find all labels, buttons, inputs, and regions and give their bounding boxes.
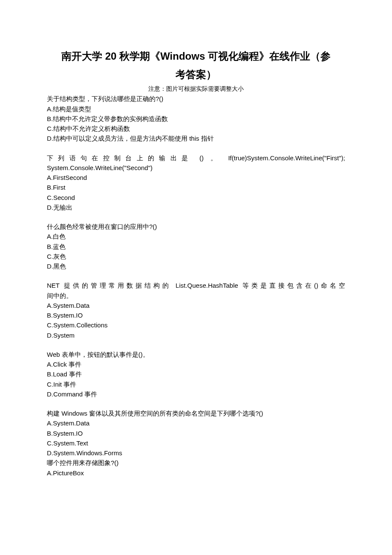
question-text: Web 表单中，按钮的默认事件是()。 xyxy=(47,350,345,359)
question-option: B.System.IO xyxy=(47,428,345,438)
question-option: C.灰色 xyxy=(47,251,345,261)
question-block: NET 提供的管理常用数据结构的 List.Quese.HashTable 等类… xyxy=(47,280,345,340)
question-option: B.蓝色 xyxy=(47,242,345,251)
question-option: B.结构中不允许定义带参数的实例构造函数 xyxy=(47,114,345,124)
question-option: C.Second xyxy=(47,193,345,202)
question-text: 什么颜色经常被使用在窗口的应用中?() xyxy=(47,222,345,231)
question-option: C.Init 事件 xyxy=(47,379,345,389)
question-block: 构建 Windows 窗体以及其所使用空间的所有类的命名空间是下列哪个选项?()… xyxy=(47,408,345,458)
question-text-line-2: System.Console.WriteLine("Second") xyxy=(47,163,345,173)
title-line-1: 南开大学 20 秋学期《Windows 可视化编程》在线作业（参 xyxy=(47,47,345,65)
question-option: A.结构是值类型 xyxy=(47,104,345,114)
question-option: A.System.Data xyxy=(47,301,345,310)
question-block: 关于结构类型，下列说法哪些是正确的?() A.结构是值类型 B.结构中不允许定义… xyxy=(47,94,345,143)
question-text: 构建 Windows 窗体以及其所使用空间的所有类的命名空间是下列哪个选项?() xyxy=(47,408,345,418)
document-page: 南开大学 20 秋学期《Windows 可视化编程》在线作业（参 考答案） 注意… xyxy=(0,0,392,555)
question-option: D.Command 事件 xyxy=(47,389,345,399)
title-line-2: 考答案） xyxy=(47,65,345,84)
question-option: D.无输出 xyxy=(47,202,345,212)
question-option: D.System xyxy=(47,330,345,340)
question-option: D.黑色 xyxy=(47,261,345,271)
document-title: 南开大学 20 秋学期《Windows 可视化编程》在线作业（参 考答案） xyxy=(47,47,345,84)
question-text-line-1: NET 提供的管理常用数据结构的 List.Quese.HashTable 等类… xyxy=(47,280,345,290)
question-block: 什么颜色经常被使用在窗口的应用中?() A.白色 B.蓝色 C.灰色 D.黑色 xyxy=(47,222,345,271)
question-text: 关于结构类型，下列说法哪些是正确的?() xyxy=(47,94,345,104)
question-text-line-2: 间中的。 xyxy=(47,291,345,301)
question-option: B.Load 事件 xyxy=(47,369,345,379)
question-text-line-1: 下列语句在控制台上的输出是 () 。 If(true)System.Consol… xyxy=(47,153,345,163)
question-block: 哪个控件用来存储图象?() A.PictureBox xyxy=(47,458,345,478)
question-option: C.System.Collections xyxy=(47,320,345,330)
question-option: A.Click 事件 xyxy=(47,359,345,369)
question-block: Web 表单中，按钮的默认事件是()。 A.Click 事件 B.Load 事件… xyxy=(47,350,345,399)
question-option: A.白色 xyxy=(47,231,345,241)
question-option: A.System.Data xyxy=(47,418,345,428)
question-option: D.结构中可以定义成员方法，但是方法内不能使用 this 指针 xyxy=(47,133,345,143)
question-option: D.System.Windows.Forms xyxy=(47,448,345,458)
question-block: 下列语句在控制台上的输出是 () 。 If(true)System.Consol… xyxy=(47,153,345,213)
question-option: A.PictureBox xyxy=(47,468,345,478)
question-option: B.First xyxy=(47,182,345,192)
question-text: 哪个控件用来存储图象?() xyxy=(47,458,345,468)
question-option: A.FirstSecond xyxy=(47,173,345,182)
document-note: 注意：图片可根据实际需要调整大小 xyxy=(47,85,345,93)
question-option: C.结构中不允许定义析构函数 xyxy=(47,124,345,133)
question-option: C.System.Text xyxy=(47,438,345,448)
question-option: B.System.IO xyxy=(47,310,345,320)
